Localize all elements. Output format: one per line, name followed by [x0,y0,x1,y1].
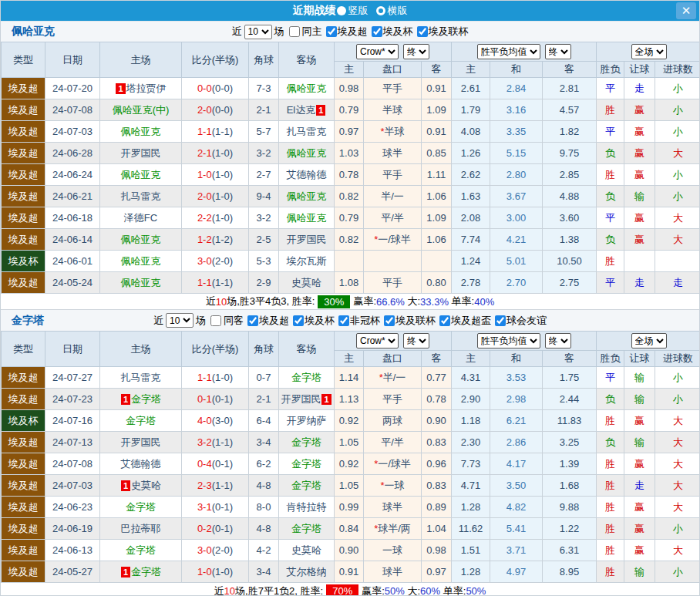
home-team-cell: 佩哈亚克 [100,229,182,251]
home-team-cell: 开罗国民 [100,143,182,164]
league-checkbox[interactable] [417,26,428,37]
match-row: 埃及超24-06-24佩哈亚克1-0(1-0)2-7艾德翰德0.78平手1.11… [2,164,700,186]
close-button[interactable]: ✕ [676,2,696,19]
home-team-cell: 开罗国民 [100,432,182,453]
league-checkbox[interactable] [384,315,395,326]
avg-final-select[interactable]: 终 [545,333,571,349]
league-checkbox[interactable] [495,315,506,326]
league-checkbox-label[interactable]: 埃及超 [322,25,368,39]
away-team-cell: 开罗国民1 [279,389,335,410]
away-team-text: 史莫哈 [291,277,321,288]
competition-type: 埃及超 [2,186,45,207]
match-date: 24-07-03 [45,121,100,143]
filters-group: 近10场同主埃及超埃及杯埃及联杯 [232,25,469,39]
league-checkbox-label[interactable]: 埃及杯 [368,25,413,39]
col-header-wdl: 胜负 [597,62,624,78]
summary-segment: 50% [466,585,486,596]
home-team-text: 巴拉蒂耶 [121,523,161,534]
same-venue-checkbox[interactable] [210,315,221,326]
same-venue-checkbox-label[interactable]: 同客 [206,314,244,328]
same-venue-checkbox-label[interactable]: 同主 [284,25,322,39]
recent-count-select[interactable]: 10 [166,313,194,328]
competition-type: 埃及超 [2,229,45,251]
over-under-result: 大 [655,540,700,561]
window-title: 近期战绩 [293,4,336,18]
handicap-line: *半球 [364,121,422,143]
score-cell: 0-1(0-1) [182,389,249,410]
league-checkbox-label[interactable]: 埃及超盃 [436,314,491,328]
scope-select[interactable]: 全场 [631,333,667,349]
odds-source-select[interactable]: Crow* [356,333,399,349]
vertical-layout-label[interactable]: 竖版 [348,4,369,18]
odds-final-select[interactable]: 终 [403,333,429,349]
home-team-cell: 佩哈亚克 [100,164,182,186]
corner-count: 7-3 [249,78,279,99]
win-draw-loss-result: 平 [597,207,624,229]
match-row: 埃及超24-07-08艾德翰德0-4(0-1)6-2金字塔0.92*一/球半0.… [2,453,700,475]
avg-odds-select[interactable]: 胜平负均值 [477,44,540,59]
corner-count: 5-3 [249,251,279,272]
league-label: 埃及杯 [305,314,335,328]
away-team-cell: 开罗纳萨 [279,410,335,432]
odds-source-select[interactable]: Crow* [356,44,399,59]
same-venue-checkbox[interactable] [289,26,300,37]
away-team-name: 佩哈亚克 [287,82,327,94]
home-team-name: 开罗国民 [121,147,161,159]
away-odds: 0.91 [422,78,452,99]
league-checkbox[interactable] [326,26,337,37]
handicap-line: 平手 [364,389,422,410]
avg-draw-odds: 3.35 [490,121,543,143]
away-odds: 0.85 [422,143,452,164]
competition-type: 埃及超 [2,207,45,229]
corner-count: 8-0 [249,497,279,518]
avg-draw-odds: 5.41 [490,518,543,540]
league-checkbox[interactable] [338,315,349,326]
avg-final-select[interactable]: 终 [545,44,571,59]
odds-final-select[interactable]: 终 [403,44,429,59]
horizontal-layout-label[interactable]: 横版 [388,4,408,18]
handicap-text: 一/球半 [378,234,411,245]
away-team-cell: 肯特拉特 [279,497,335,518]
col-header-date: 日期 [45,332,100,367]
score-cell: 2-1(1-0) [182,143,249,164]
full-time-score: 0-2 [197,523,212,534]
league-checkbox[interactable] [372,26,382,37]
away-team-name: 金字塔 [291,436,321,448]
away-team-name: 金字塔 [291,480,321,491]
recent-count-select[interactable]: 10 [244,25,272,39]
league-checkbox-label[interactable]: 埃及超 [244,314,289,328]
avg-home-odds: 11.62 [452,518,490,540]
league-checkbox-label[interactable]: 埃及联杯 [380,314,436,328]
handicap-text: 平手 [382,277,402,288]
over-under-result: 大 [655,497,700,518]
home-team-name: 艾德翰德 [121,458,161,470]
league-checkbox[interactable] [293,315,304,326]
col-header-sub-away: 客 [422,351,452,367]
header-row-groups: 类型日期主场比分(半场)角球客场Crow*终胜平负均值终全场 [2,332,700,351]
score-cell: 1-1(1-0) [182,367,249,389]
full-time-score: 1-1 [197,277,212,288]
match-row: 埃及超24-06-18泽德FC2-2(1-0)3-2佩哈亚克0.79平/半1.0… [2,207,700,229]
league-checkbox-label[interactable]: 埃及联杯 [413,25,469,39]
avg-odds-select[interactable]: 胜平负均值 [477,333,540,349]
competition-type: 埃及超 [2,367,45,389]
match-date: 24-06-01 [45,251,100,272]
league-checkbox-label[interactable]: 球会友谊 [491,314,547,328]
home-odds: 0.92 [335,453,364,475]
col-header-away: 客场 [279,332,335,367]
scope-select[interactable]: 全场 [631,44,667,59]
away-team-name: 金字塔 [291,458,321,470]
handicap-result: 输 [624,186,655,207]
over-under-result: 小 [655,561,700,583]
league-checkbox-label[interactable]: 非冠杯 [335,314,380,328]
horizontal-layout-radio[interactable] [376,6,385,15]
avg-away-odds: 1.68 [543,475,597,497]
full-time-score: 0-1 [197,393,212,405]
league-checkbox[interactable] [439,315,450,326]
avg-draw-odds: 2.86 [490,432,543,453]
away-team-text: 佩哈亚克 [287,147,327,159]
vertical-layout-radio[interactable] [337,6,346,15]
home-team-name: 泽德FC [124,212,157,224]
league-checkbox-label[interactable]: 埃及杯 [289,314,335,328]
league-checkbox[interactable] [247,315,258,326]
